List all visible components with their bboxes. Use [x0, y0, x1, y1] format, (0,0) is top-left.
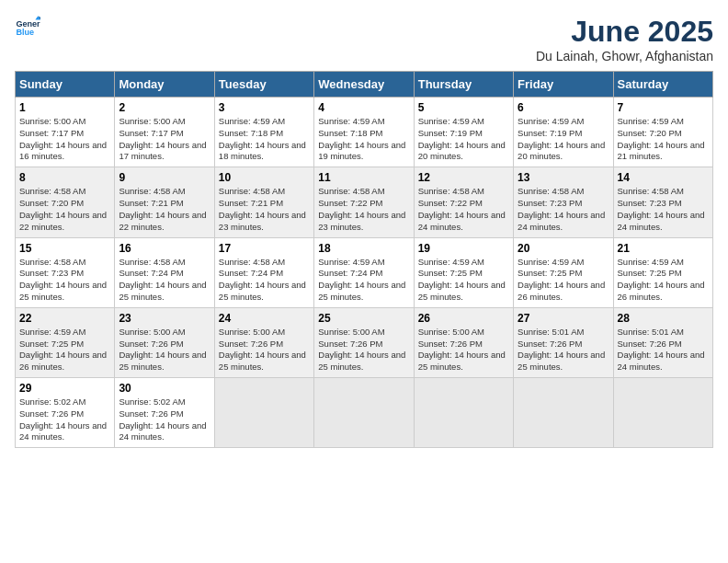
day-number: 17 [219, 242, 310, 255]
header: General Blue June 2025 Du Lainah, Ghowr,… [15, 15, 713, 63]
day-number: 8 [19, 171, 110, 184]
col-header-friday: Friday [514, 72, 613, 98]
day-info: Sunrise: 5:00 AMSunset: 7:26 PMDaylight:… [418, 327, 509, 373]
day-number: 15 [19, 242, 110, 255]
day-info: Sunrise: 4:59 AMSunset: 7:24 PMDaylight:… [318, 257, 409, 304]
calendar-cell: 29Sunrise: 5:02 AMSunset: 7:26 PMDayligh… [16, 378, 115, 448]
day-info: Sunrise: 4:59 AMSunset: 7:19 PMDaylight:… [418, 116, 509, 163]
day-info: Sunrise: 4:58 AMSunset: 7:23 PMDaylight:… [19, 257, 110, 304]
calendar-cell: 23Sunrise: 5:00 AMSunset: 7:26 PMDayligh… [115, 307, 214, 377]
calendar-cell: 1Sunrise: 5:00 AMSunset: 7:17 PMDaylight… [16, 98, 115, 167]
svg-text:General: General [16, 19, 40, 29]
calendar-cell [613, 378, 712, 448]
day-number: 29 [19, 382, 110, 395]
calendar-week-row: 8Sunrise: 4:58 AMSunset: 7:20 PMDaylight… [16, 167, 713, 237]
day-number: 18 [318, 242, 409, 255]
svg-text:Blue: Blue [16, 28, 34, 37]
day-number: 11 [318, 171, 409, 184]
calendar-cell: 3Sunrise: 4:59 AMSunset: 7:18 PMDaylight… [214, 98, 313, 167]
day-info: Sunrise: 4:58 AMSunset: 7:23 PMDaylight:… [618, 186, 709, 233]
day-number: 23 [119, 312, 210, 325]
day-info: Sunrise: 5:01 AMSunset: 7:26 PMDaylight:… [518, 327, 609, 373]
logo-icon: General Blue [15, 15, 40, 40]
calendar-cell: 20Sunrise: 4:59 AMSunset: 7:25 PMDayligh… [514, 237, 613, 307]
calendar-cell: 27Sunrise: 5:01 AMSunset: 7:26 PMDayligh… [514, 307, 613, 377]
month-title: June 2025 [536, 15, 713, 49]
logo: General Blue [15, 15, 40, 40]
calendar-cell: 6Sunrise: 4:59 AMSunset: 7:19 PMDaylight… [514, 98, 613, 167]
day-number: 10 [219, 171, 310, 184]
day-info: Sunrise: 5:00 AMSunset: 7:26 PMDaylight:… [219, 327, 310, 373]
calendar-cell: 28Sunrise: 5:01 AMSunset: 7:26 PMDayligh… [613, 307, 712, 377]
calendar-cell: 24Sunrise: 5:00 AMSunset: 7:26 PMDayligh… [214, 307, 313, 377]
calendar-week-row: 1Sunrise: 5:00 AMSunset: 7:17 PMDaylight… [16, 98, 713, 167]
calendar-cell: 7Sunrise: 4:59 AMSunset: 7:20 PMDaylight… [613, 98, 712, 167]
calendar-cell: 4Sunrise: 4:59 AMSunset: 7:18 PMDaylight… [314, 98, 414, 167]
calendar-table: SundayMondayTuesdayWednesdayThursdayFrid… [15, 71, 713, 448]
day-info: Sunrise: 5:00 AMSunset: 7:17 PMDaylight:… [119, 116, 210, 163]
calendar-cell: 21Sunrise: 4:59 AMSunset: 7:25 PMDayligh… [613, 237, 712, 307]
calendar-cell: 19Sunrise: 4:59 AMSunset: 7:25 PMDayligh… [414, 237, 513, 307]
col-header-thursday: Thursday [414, 72, 513, 98]
day-number: 27 [518, 312, 609, 325]
day-number: 12 [418, 171, 509, 184]
day-number: 6 [518, 101, 609, 114]
calendar-cell: 12Sunrise: 4:58 AMSunset: 7:22 PMDayligh… [414, 167, 513, 237]
calendar-cell: 5Sunrise: 4:59 AMSunset: 7:19 PMDaylight… [414, 98, 513, 167]
calendar-cell: 30Sunrise: 5:02 AMSunset: 7:26 PMDayligh… [115, 378, 214, 448]
day-info: Sunrise: 4:59 AMSunset: 7:25 PMDaylight:… [418, 257, 509, 304]
day-info: Sunrise: 5:00 AMSunset: 7:17 PMDaylight:… [19, 116, 110, 163]
day-number: 4 [318, 101, 409, 114]
day-info: Sunrise: 4:58 AMSunset: 7:20 PMDaylight:… [19, 186, 110, 233]
day-number: 24 [219, 312, 310, 325]
day-number: 21 [618, 242, 709, 255]
calendar-cell [314, 378, 414, 448]
day-info: Sunrise: 4:58 AMSunset: 7:22 PMDaylight:… [418, 186, 509, 233]
calendar-week-row: 22Sunrise: 4:59 AMSunset: 7:25 PMDayligh… [16, 307, 713, 377]
col-header-monday: Monday [115, 72, 214, 98]
col-header-sunday: Sunday [16, 72, 115, 98]
day-info: Sunrise: 4:59 AMSunset: 7:25 PMDaylight:… [518, 257, 609, 304]
calendar-cell: 25Sunrise: 5:00 AMSunset: 7:26 PMDayligh… [314, 307, 414, 377]
calendar-cell [414, 378, 513, 448]
day-number: 20 [518, 242, 609, 255]
calendar-cell: 10Sunrise: 4:58 AMSunset: 7:21 PMDayligh… [214, 167, 313, 237]
day-info: Sunrise: 4:59 AMSunset: 7:18 PMDaylight:… [219, 116, 310, 163]
calendar-cell [514, 378, 613, 448]
day-number: 7 [618, 101, 709, 114]
day-info: Sunrise: 5:00 AMSunset: 7:26 PMDaylight:… [318, 327, 409, 373]
day-info: Sunrise: 5:02 AMSunset: 7:26 PMDaylight:… [119, 396, 210, 443]
day-number: 14 [618, 171, 709, 184]
day-info: Sunrise: 4:58 AMSunset: 7:23 PMDaylight:… [518, 186, 609, 233]
calendar-cell: 22Sunrise: 4:59 AMSunset: 7:25 PMDayligh… [16, 307, 115, 377]
day-number: 16 [119, 242, 210, 255]
calendar-cell [214, 378, 313, 448]
day-info: Sunrise: 5:02 AMSunset: 7:26 PMDaylight:… [19, 396, 110, 443]
day-number: 28 [618, 312, 709, 325]
calendar-header-row: SundayMondayTuesdayWednesdayThursdayFrid… [16, 72, 713, 98]
day-info: Sunrise: 4:58 AMSunset: 7:21 PMDaylight:… [219, 186, 310, 233]
day-info: Sunrise: 4:58 AMSunset: 7:24 PMDaylight:… [219, 257, 310, 304]
day-info: Sunrise: 5:00 AMSunset: 7:26 PMDaylight:… [119, 327, 210, 373]
day-number: 13 [518, 171, 609, 184]
calendar-week-row: 29Sunrise: 5:02 AMSunset: 7:26 PMDayligh… [16, 378, 713, 448]
calendar-cell: 9Sunrise: 4:58 AMSunset: 7:21 PMDaylight… [115, 167, 214, 237]
calendar-week-row: 15Sunrise: 4:58 AMSunset: 7:23 PMDayligh… [16, 237, 713, 307]
calendar-cell: 8Sunrise: 4:58 AMSunset: 7:20 PMDaylight… [16, 167, 115, 237]
title-area: June 2025 Du Lainah, Ghowr, Afghanistan [536, 15, 713, 63]
day-info: Sunrise: 4:59 AMSunset: 7:18 PMDaylight:… [318, 116, 409, 163]
calendar-cell: 2Sunrise: 5:00 AMSunset: 7:17 PMDaylight… [115, 98, 214, 167]
day-info: Sunrise: 4:59 AMSunset: 7:19 PMDaylight:… [518, 116, 609, 163]
col-header-saturday: Saturday [613, 72, 712, 98]
day-number: 2 [119, 101, 210, 114]
calendar-cell: 14Sunrise: 4:58 AMSunset: 7:23 PMDayligh… [613, 167, 712, 237]
col-header-wednesday: Wednesday [314, 72, 414, 98]
calendar-cell: 13Sunrise: 4:58 AMSunset: 7:23 PMDayligh… [514, 167, 613, 237]
day-number: 19 [418, 242, 509, 255]
col-header-tuesday: Tuesday [214, 72, 313, 98]
day-info: Sunrise: 4:59 AMSunset: 7:25 PMDaylight:… [618, 257, 709, 304]
subtitle: Du Lainah, Ghowr, Afghanistan [536, 49, 713, 63]
calendar-cell: 15Sunrise: 4:58 AMSunset: 7:23 PMDayligh… [16, 237, 115, 307]
day-number: 3 [219, 101, 310, 114]
day-info: Sunrise: 4:59 AMSunset: 7:25 PMDaylight:… [19, 327, 110, 373]
